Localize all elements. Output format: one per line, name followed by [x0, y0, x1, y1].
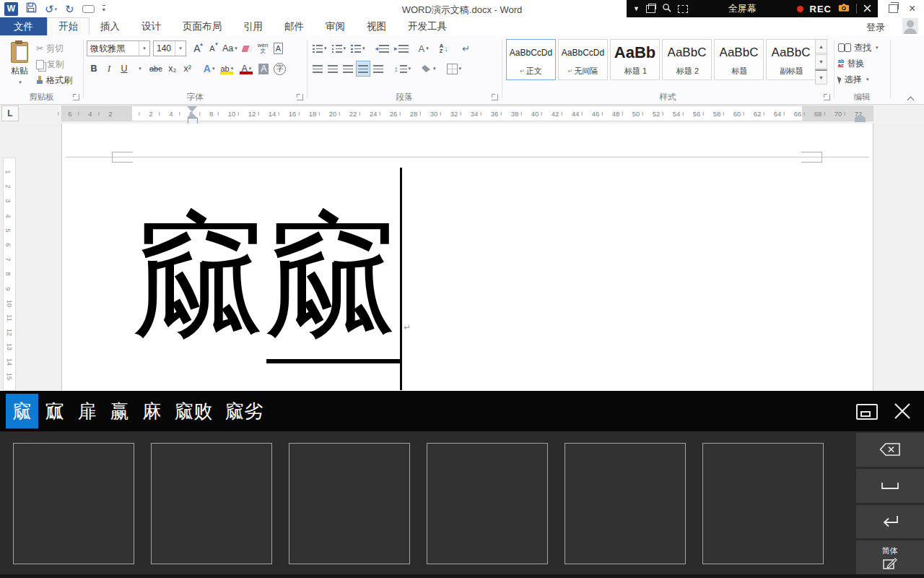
recorder-region-select-icon[interactable] [678, 5, 688, 13]
line-spacing-button[interactable]: ↕▾ [392, 61, 413, 77]
vertical-ruler[interactable]: 123456789101112131415 [3, 158, 16, 391]
candidate-item[interactable]: 麻 [136, 394, 168, 428]
handwriting-cell[interactable] [289, 443, 410, 564]
committed-character[interactable]: 窳 [131, 201, 263, 350]
replace-button[interactable]: abac替换 [838, 56, 864, 71]
ribbon-tab[interactable]: 插入 [90, 17, 131, 35]
candidate-item[interactable]: 赢 [103, 394, 136, 428]
window-restore-button[interactable] [889, 4, 898, 13]
undo-dropdown-icon[interactable]: ▾ [55, 4, 58, 14]
handwriting-cell[interactable] [427, 443, 548, 564]
cut-button[interactable]: ✂剪切 [36, 41, 64, 56]
handwriting-cell[interactable] [702, 443, 824, 564]
handwriting-cell[interactable] [13, 443, 134, 564]
copy-button[interactable]: 复制 [36, 57, 64, 72]
style-card[interactable]: AaBbCcDd ↵无间隔 [558, 39, 608, 80]
increase-indent-button[interactable]: ▸ [392, 40, 411, 56]
paste-button[interactable]: 粘贴 ▾ [6, 40, 33, 94]
align-left-button[interactable] [310, 61, 325, 77]
format-painter-button[interactable]: 格式刷 [36, 73, 72, 87]
styles-dialog-launcher[interactable] [824, 94, 830, 100]
user-avatar[interactable] [902, 18, 918, 34]
text-effects-button[interactable]: A▾ [201, 61, 217, 77]
backspace-key[interactable] [856, 433, 924, 467]
character-border-button[interactable]: A [271, 40, 286, 56]
font-dialog-launcher[interactable] [297, 94, 303, 100]
ime-close-button[interactable] [892, 401, 912, 421]
touch-mouse-mode-button[interactable] [82, 5, 95, 13]
subscript-button[interactable]: x₂ [165, 61, 180, 77]
change-case-button[interactable]: Aa▾ [220, 40, 240, 56]
window-close-button[interactable]: × [909, 0, 915, 17]
paragraph-dialog-launcher[interactable] [492, 94, 498, 100]
ribbon-tab[interactable]: 页面布局 [172, 17, 232, 35]
enter-key[interactable] [856, 505, 924, 539]
sign-in-link[interactable]: 登录 [866, 21, 885, 34]
recorder-dropdown-icon[interactable]: ▼ [633, 5, 640, 12]
handwriting-cell[interactable] [565, 443, 686, 564]
font-size-combobox[interactable]: 140▾ [153, 40, 186, 56]
strikethrough-button[interactable]: abc [147, 61, 165, 77]
recorder-camera-icon[interactable] [838, 2, 850, 15]
decrease-indent-button[interactable]: ◂ [373, 40, 392, 56]
multilevel-list-button[interactable]: ▾ [349, 40, 367, 56]
customize-qat-dropdown[interactable]: ▾ [103, 5, 105, 13]
ribbon-tab[interactable]: 邮件 [274, 17, 315, 35]
grow-font-button[interactable]: A▲ [190, 40, 204, 56]
underline-dropdown[interactable]: ▾ [132, 61, 147, 77]
chevron-down-icon[interactable]: ▾ [139, 41, 149, 56]
document-page[interactable]: 窳窳 ↵ [61, 124, 873, 391]
save-button[interactable] [26, 2, 37, 16]
ribbon-tab[interactable]: 开始 [47, 17, 90, 35]
borders-button[interactable]: ▾ [445, 61, 464, 77]
shading-button[interactable]: ▾ [419, 61, 438, 77]
input-mode-key[interactable]: 简体 [856, 540, 924, 574]
shrink-font-button[interactable]: A▼ [205, 40, 219, 56]
superscript-button[interactable]: x² [180, 61, 195, 77]
candidate-item[interactable]: 窳败 [168, 394, 219, 428]
underline-button[interactable]: U [117, 61, 131, 77]
redo-button[interactable]: ↻ [65, 4, 74, 14]
style-card[interactable]: AaBbCcDd ↵正文 [506, 39, 556, 80]
candidate-item[interactable]: 窳 [6, 394, 38, 428]
tab-stop-selector[interactable]: L [1, 105, 19, 121]
numbering-button[interactable]: ▾ [330, 40, 349, 56]
handwriting-cell[interactable] [151, 443, 272, 564]
hanging-indent-marker[interactable] [187, 113, 197, 118]
clipboard-dialog-launcher[interactable] [73, 94, 79, 100]
document-text[interactable]: 窳窳 [131, 207, 395, 345]
recorder-magnifier-icon[interactable] [662, 2, 671, 15]
bold-button[interactable]: B [87, 61, 101, 77]
show-hide-marks-button[interactable]: ↵ [459, 40, 474, 56]
italic-button[interactable]: I [102, 61, 116, 77]
ribbon-tab[interactable]: 视图 [356, 17, 397, 35]
sort-button[interactable]: AZ↓ [437, 40, 451, 56]
phonetic-guide-button[interactable]: wén文 [256, 40, 271, 56]
ribbon-tab[interactable]: 设计 [131, 17, 172, 35]
clear-formatting-button[interactable] [240, 40, 255, 56]
bullets-button[interactable]: ▾ [310, 40, 329, 56]
chevron-down-icon[interactable]: ▾ [175, 41, 186, 56]
recorder-close-icon[interactable] [863, 2, 871, 15]
candidate-item[interactable]: 扉 [71, 394, 103, 428]
space-key[interactable] [856, 469, 924, 503]
style-card[interactable]: AaBbC 标题 [714, 39, 764, 80]
ime-keyboard-dock-icon[interactable] [856, 404, 878, 420]
styles-more-button[interactable]: ▼ [815, 69, 827, 85]
styles-scroll-up-button[interactable]: ▲ [815, 39, 827, 53]
character-shading-button[interactable]: A [256, 61, 271, 77]
horizontal-ruler[interactable]: 642 246810121416182022242628303234363840… [61, 105, 873, 121]
recorder-window-mode-icon[interactable] [646, 5, 655, 13]
word-app-icon[interactable]: W [4, 2, 18, 16]
style-card[interactable]: AaBbC 副标题 [766, 39, 816, 80]
collapse-ribbon-button[interactable] [908, 96, 915, 103]
find-button[interactable]: 查找▾ [838, 40, 879, 55]
font-color-button[interactable]: A▾ [237, 61, 256, 77]
align-right-button[interactable] [341, 61, 355, 77]
align-center-button[interactable] [326, 61, 340, 77]
asian-layout-button[interactable]: A▾ [417, 40, 431, 56]
candidate-item[interactable]: 寙 [38, 394, 71, 428]
select-button[interactable]: 选择▾ [838, 72, 869, 87]
style-card[interactable]: AaBb 标题 1 [610, 39, 660, 80]
first-line-indent-marker[interactable] [187, 106, 197, 112]
